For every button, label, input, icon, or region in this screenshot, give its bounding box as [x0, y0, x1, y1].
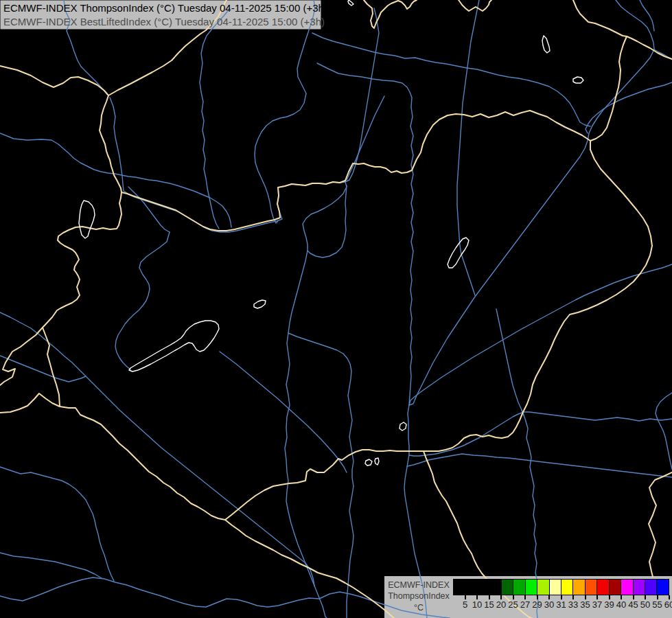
map-title-line2: ECMWF-INDEX BestLiftedIndex (°C) Tuesday… [3, 16, 325, 27]
colorbar-label-39: 39 [604, 599, 614, 610]
legend-colorbar-labels: 51015202527293031333537394045505560 [453, 599, 672, 610]
colorbar-label-45: 45 [628, 599, 638, 610]
colorbar-cell-55 [645, 580, 657, 595]
legend-title-line2: ThompsonIndex [384, 591, 453, 601]
map-title-line1: ECMWF-INDEX ThompsonIndex (°C) Tuesday 0… [3, 2, 327, 14]
colorbar-label-30: 30 [544, 599, 554, 610]
colorbar-label-20: 20 [496, 599, 506, 610]
map-background [0, 0, 672, 618]
weather-map-screenshot: ECMWF-INDEX ThompsonIndex (°C) Tuesday 0… [0, 0, 672, 618]
colorbar-label-15: 15 [484, 599, 494, 610]
colorbar-cell-30 [537, 580, 549, 595]
colorbar-label-29: 29 [532, 599, 542, 610]
colorbar-label-27: 27 [520, 599, 530, 610]
legend-title-line1: ECMWF-INDEX [384, 580, 453, 590]
legend-unit-label: °C [384, 603, 453, 613]
colorbar-label-50: 50 [640, 599, 650, 610]
colorbar-cell-5 [454, 580, 465, 595]
colorbar-label-31: 31 [556, 599, 566, 610]
colorbar-label-60: 60 [664, 599, 672, 610]
colorbar-cell-50 [634, 580, 645, 595]
colorbar-cell-31 [550, 580, 561, 595]
colorbar-label-25: 25 [508, 599, 518, 610]
colorbar-label-37: 37 [592, 599, 602, 610]
colorbar-cell-45 [621, 580, 633, 595]
colorbar-label-35: 35 [580, 599, 590, 610]
colorbar-label-10: 10 [472, 599, 482, 610]
colorbar-label-40: 40 [616, 599, 626, 610]
colorbar-cell-37 [586, 580, 597, 595]
colorbar-label-33: 33 [568, 599, 578, 610]
colorbar-cell-20 [489, 580, 501, 595]
colorbar-cell-15 [478, 580, 489, 595]
colorbar-cell-60 [657, 580, 668, 595]
colorbar-cell-33 [561, 580, 573, 595]
colorbar-cell-35 [573, 580, 585, 595]
map-canvas [0, 0, 672, 618]
legend-colorbar [453, 579, 669, 595]
colorbar-cell-10 [465, 580, 477, 595]
colorbar-cell-40 [610, 580, 621, 595]
colorbar-cell-27 [513, 580, 525, 595]
colorbar-label-5: 5 [463, 599, 467, 610]
colorbar-label-55: 55 [652, 599, 662, 610]
colorbar-cell-25 [502, 580, 513, 595]
colorbar-cell-29 [526, 580, 537, 595]
colorbar-cell-39 [597, 580, 609, 595]
